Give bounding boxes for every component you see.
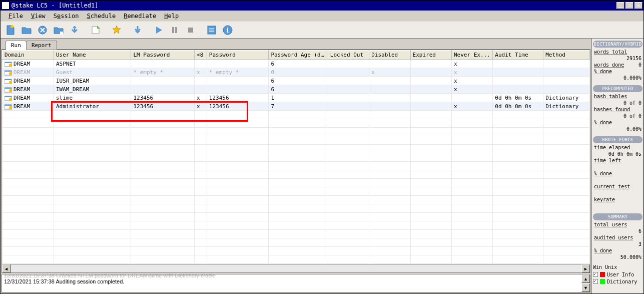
svg-point-25 — [9, 106, 12, 109]
download-button[interactable] — [131, 23, 145, 37]
stat-sum-pct-value: 50.000% — [620, 254, 641, 260]
legend-dictionary-label: Dictionary — [607, 279, 637, 284]
svg-rect-15 — [5, 79, 12, 80]
stat-pc-pct-label: %_done — [594, 120, 612, 125]
stop-button[interactable] — [184, 23, 198, 37]
stat-audited-users-value: 3 — [638, 241, 641, 247]
stat-pc-pct-value: 0.00% — [626, 126, 641, 132]
table-row — [3, 238, 590, 247]
results-grid[interactable]: Domain User Name LM Password <8 Password… — [2, 50, 590, 264]
svg-rect-4 — [188, 28, 193, 33]
export-button[interactable] — [89, 23, 103, 37]
log-panel: 12/31/2021 15:37:38 Cracked NTLM passwor… — [2, 274, 590, 292]
table-row — [3, 196, 590, 204]
app-window: @stake LC5 - [Untitled1] _ ❐ ✕ File View… — [0, 0, 644, 294]
app-icon — [2, 2, 10, 10]
stat-hashes-found-label: hashes_found — [594, 107, 630, 112]
log-line: 12/31/2021 15:37:38 Auditing session com… — [4, 278, 588, 284]
col-lockedout[interactable]: Locked Out — [328, 51, 369, 60]
table-row[interactable]: DREAMAdministrator123456x1234567x0d 0h 0… — [3, 102, 590, 111]
menu-file[interactable]: File — [5, 12, 27, 21]
table-row[interactable]: DREAMIUSR_DREAM6x — [3, 77, 590, 85]
table-row — [3, 145, 590, 153]
legend-dictionary-swatch — [600, 279, 605, 284]
table-row — [3, 119, 590, 128]
legend-userinfo-swatch — [600, 272, 605, 277]
options-button[interactable] — [205, 23, 219, 37]
play-button[interactable] — [152, 23, 166, 37]
minimize-button[interactable]: _ — [616, 2, 624, 9]
stat-words-total-label: words_total — [594, 49, 627, 55]
stat-sum-pct-label: %_done — [594, 248, 612, 253]
tab-report[interactable]: Report — [26, 41, 57, 50]
col-username[interactable]: User Name — [54, 51, 131, 60]
table-row[interactable]: DREAMASPNET6x — [3, 60, 590, 68]
col-lt8[interactable]: <8 — [195, 51, 207, 60]
scroll-up-button[interactable]: ▲ — [581, 274, 590, 283]
col-domain[interactable]: Domain — [3, 51, 54, 60]
tab-run[interactable]: Run — [6, 41, 27, 50]
import-button[interactable] — [68, 23, 82, 37]
stat-hashes-found-value: 0 of 0 — [623, 113, 641, 119]
menu-schedule[interactable]: Schedule — [83, 12, 120, 21]
wizard-button[interactable] — [110, 23, 124, 37]
col-expired[interactable]: Expired — [410, 51, 451, 60]
menu-view[interactable]: View — [27, 12, 50, 21]
menu-session[interactable]: Session — [50, 12, 83, 21]
legend-header: Win Unix — [593, 264, 642, 270]
table-row[interactable]: DREAMGuest* empty *x* empty *0xx — [3, 68, 590, 77]
toolbar: i — [1, 22, 643, 39]
svg-point-13 — [9, 72, 12, 75]
svg-rect-3 — [175, 27, 177, 33]
svg-rect-2 — [172, 27, 174, 33]
col-password[interactable]: Password — [207, 51, 269, 60]
svg-point-22 — [9, 98, 12, 101]
log-scrollbar[interactable]: ▲ ▼ — [581, 274, 590, 292]
stat-time-left-label: time_left — [594, 158, 621, 163]
save-button[interactable] — [52, 23, 66, 37]
stat-pct-done-label: %_done — [594, 69, 612, 74]
stat-words-done-label: words_done — [594, 62, 624, 68]
col-passwordage[interactable]: Password Age (d... — [269, 51, 328, 60]
info-button[interactable]: i — [221, 23, 235, 37]
svg-rect-24 — [5, 105, 12, 106]
stats-dictionary-header: DICTIONARY/HYBRID — [593, 41, 642, 48]
svg-point-19 — [9, 89, 12, 92]
stat-time-elapsed-value: 0d 0h 0m 0s — [608, 151, 641, 157]
restore-button[interactable]: ❐ — [625, 2, 633, 9]
stat-hash-tables-value: 0 of 0 — [623, 100, 641, 106]
scroll-down-button[interactable]: ▼ — [581, 283, 590, 292]
svg-text:i: i — [227, 27, 229, 34]
new-session-button[interactable] — [4, 23, 18, 37]
scroll-right-button[interactable]: ► — [581, 264, 590, 273]
open-button[interactable] — [20, 23, 34, 37]
titlebar: @stake LC5 - [Untitled1] _ ❐ ✕ — [1, 1, 643, 11]
col-neverex[interactable]: Never Ex... — [451, 51, 492, 60]
svg-rect-21 — [5, 96, 12, 97]
scroll-left-button[interactable]: ◄ — [2, 264, 11, 273]
stat-total-users-label: total_users — [594, 222, 627, 227]
svg-rect-9 — [5, 62, 12, 63]
col-disabled[interactable]: Disabled — [369, 51, 410, 60]
stats-precomputed-header: PRECOMPUTED — [593, 85, 642, 92]
close-button[interactable]: ✕ — [634, 2, 642, 9]
stat-bf-pct-label: %_done — [594, 171, 612, 176]
pause-button[interactable] — [168, 23, 182, 37]
stats-summary-header: SUMMARY — [593, 213, 642, 220]
horizontal-scrollbar[interactable]: ◄ ► — [2, 264, 590, 272]
tabs: Run Report — [2, 40, 590, 50]
stat-hash-tables-label: hash_tables — [594, 94, 627, 99]
titlebar-text: @stake LC5 - [Untitled1] — [12, 2, 616, 9]
col-audittime[interactable]: Audit Time — [493, 51, 543, 60]
table-row[interactable]: DREAMIWAM_DREAM6x — [3, 85, 590, 94]
close-session-button[interactable] — [36, 23, 50, 37]
menu-remediate[interactable]: Remediate — [120, 12, 160, 21]
legend-dictionary-checkbox[interactable] — [593, 279, 598, 284]
menu-help[interactable]: Help — [160, 12, 183, 21]
legend-userinfo-checkbox[interactable] — [593, 272, 598, 277]
stats-panel: DICTIONARY/HYBRID words_total 29156 word… — [591, 39, 643, 293]
table-row[interactable]: DREAMslime123456x12345610d 0h 0m 0sDicti… — [3, 94, 590, 102]
col-method[interactable]: Method — [543, 51, 590, 60]
col-lmpassword[interactable]: LM Password — [131, 51, 195, 60]
legend-userinfo-label: User Info — [607, 272, 634, 277]
